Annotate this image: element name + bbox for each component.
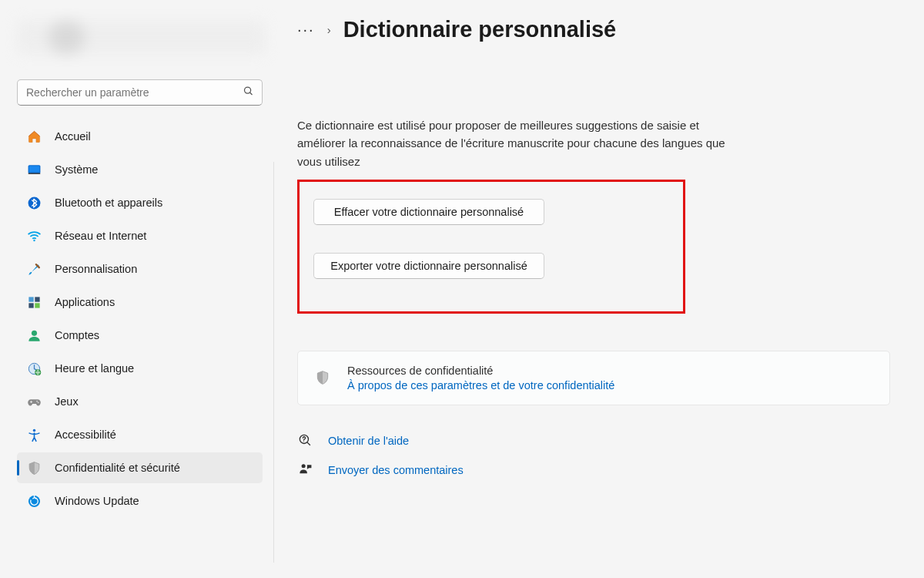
sidebar-item-label: Bluetooth et appareils: [55, 197, 162, 209]
highlighted-region: Effacer votre dictionnaire personnalisé …: [297, 180, 685, 314]
search-icon: [243, 86, 254, 100]
footer-links: Obtenir de l'aide Envoyer des commentair…: [297, 433, 895, 478]
svg-rect-4: [28, 173, 40, 174]
svg-rect-8: [35, 297, 39, 301]
clock-globe-icon: [26, 361, 42, 376]
svg-point-20: [301, 464, 305, 468]
system-icon: [26, 162, 42, 177]
privacy-card-title: Ressources de confidentialité: [347, 365, 614, 377]
page-description: Ce dictionnaire est utilisé pour propose…: [297, 116, 744, 170]
chevron-right-icon: ›: [327, 23, 331, 36]
privacy-resources-card: Ressources de confidentialité À propos d…: [297, 351, 890, 405]
page-title: Dictionnaire personnalisé: [343, 17, 617, 42]
breadcrumb-overflow-button[interactable]: ···: [297, 21, 315, 39]
svg-point-0: [245, 87, 251, 93]
svg-point-11: [31, 330, 36, 335]
search-input[interactable]: [17, 79, 263, 106]
sidebar-item-label: Heure et langue: [55, 362, 134, 375]
help-icon: [297, 433, 313, 449]
shield-icon: [26, 460, 42, 476]
sidebar-item-jeux[interactable]: Jeux: [17, 386, 263, 417]
wifi-icon: [26, 228, 42, 244]
apps-icon: [26, 294, 42, 310]
sidebar: Accueil Système Bluetooth et appareils R…: [0, 0, 273, 578]
sidebar-item-confidentialite[interactable]: Confidentialité et sécurité: [17, 452, 263, 483]
svg-rect-10: [35, 303, 39, 307]
sidebar-item-applications[interactable]: Applications: [17, 287, 263, 318]
feedback-link-label: Envoyer des commentaires: [328, 464, 464, 476]
sidebar-item-heure-langue[interactable]: Heure et langue: [17, 353, 263, 384]
accessibility-icon: [26, 427, 42, 442]
sidebar-item-accueil[interactable]: Accueil: [17, 121, 263, 152]
gamepad-icon: [26, 394, 42, 409]
sidebar-item-systeme[interactable]: Système: [17, 154, 263, 185]
main-content: ··· › Dictionnaire personnalisé Ce dicti…: [274, 0, 924, 578]
sidebar-item-bluetooth[interactable]: Bluetooth et appareils: [17, 187, 263, 218]
svg-line-1: [250, 92, 253, 95]
sidebar-item-label: Système: [55, 163, 98, 176]
sidebar-item-label: Jeux: [55, 395, 79, 408]
sidebar-item-label: Applications: [55, 296, 115, 308]
send-feedback-link[interactable]: Envoyer des commentaires: [297, 462, 895, 478]
sidebar-item-windows-update[interactable]: Windows Update: [17, 486, 263, 516]
update-icon: [26, 493, 42, 509]
svg-point-14: [36, 400, 38, 402]
sidebar-item-reseau[interactable]: Réseau et Internet: [17, 220, 263, 251]
breadcrumb: ··· › Dictionnaire personnalisé: [297, 17, 895, 42]
sidebar-item-comptes[interactable]: Comptes: [17, 320, 263, 351]
home-icon: [26, 129, 42, 144]
sidebar-item-label: Personnalisation: [55, 263, 137, 275]
svg-rect-3: [28, 166, 38, 172]
sidebar-item-personnalisation[interactable]: Personnalisation: [17, 254, 263, 284]
sidebar-item-accessibilite[interactable]: Accessibilité: [17, 419, 263, 450]
svg-point-19: [303, 441, 303, 442]
svg-rect-9: [28, 303, 33, 307]
search-wrap: [17, 79, 263, 106]
sidebar-item-label: Accueil: [55, 130, 91, 143]
svg-point-16: [32, 428, 35, 431]
sidebar-item-label: Windows Update: [55, 495, 139, 507]
brush-icon: [26, 261, 42, 277]
svg-point-6: [33, 239, 35, 240]
get-help-link[interactable]: Obtenir de l'aide: [297, 433, 895, 449]
feedback-icon: [297, 462, 313, 478]
sidebar-item-label: Accessibilité: [55, 428, 116, 441]
shield-icon: [315, 370, 330, 385]
svg-rect-7: [28, 297, 33, 301]
sidebar-nav: Accueil Système Bluetooth et appareils R…: [17, 121, 263, 516]
sidebar-item-label: Confidentialité et sécurité: [55, 462, 180, 474]
sidebar-item-label: Comptes: [55, 329, 99, 341]
sidebar-item-label: Réseau et Internet: [55, 230, 146, 242]
help-link-label: Obtenir de l'aide: [328, 435, 409, 447]
user-info-blurred: [17, 20, 266, 55]
bluetooth-icon: [26, 195, 42, 210]
account-icon: [26, 328, 42, 343]
privacy-card-link[interactable]: À propos de ces paramètres et de votre c…: [347, 379, 614, 391]
clear-dictionary-button[interactable]: Effacer votre dictionnaire personnalisé: [313, 199, 544, 225]
svg-point-15: [37, 402, 38, 403]
export-dictionary-button[interactable]: Exporter votre dictionnaire personnalisé: [313, 253, 544, 279]
